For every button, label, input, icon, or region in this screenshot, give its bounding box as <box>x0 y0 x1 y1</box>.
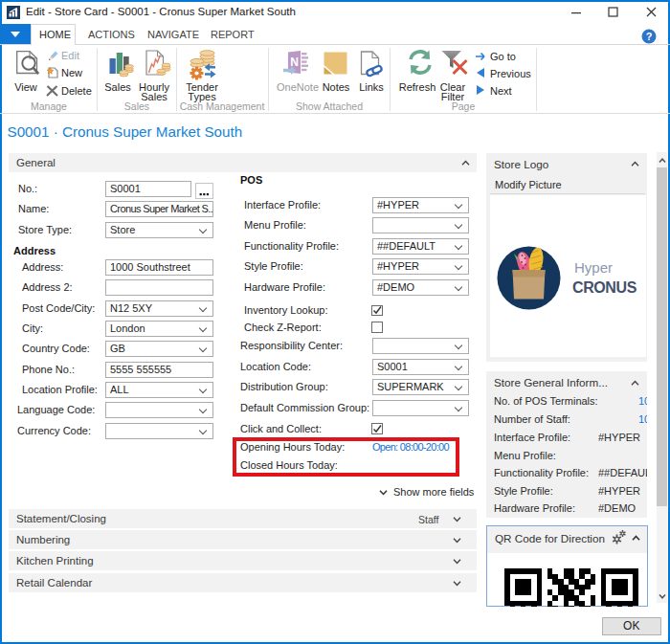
svg-text:?: ? <box>646 31 653 42</box>
